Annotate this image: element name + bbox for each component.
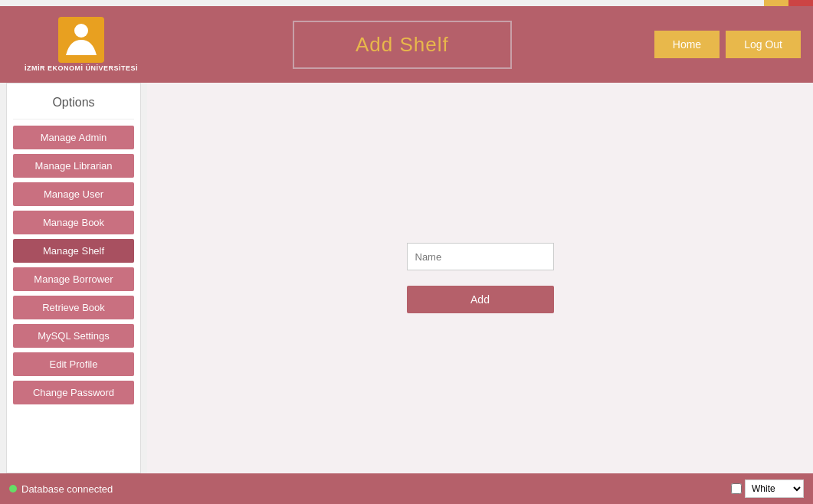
page-title-area: Add Shelf — [150, 21, 654, 69]
logo-area: İZMİR EKONOMİ ÜNİVERSİTESİ — [12, 17, 150, 72]
sidebar-item-manage-librarian[interactable]: Manage Librarian — [13, 154, 134, 178]
theme-dropdown[interactable]: White Dark Blue — [745, 479, 804, 498]
db-status-text: Database connected — [21, 483, 113, 495]
sidebar-item-manage-user[interactable]: Manage User — [13, 182, 134, 206]
sidebar-item-manage-admin[interactable]: Manage Admin — [13, 126, 134, 149]
header: İZMİR EKONOMİ ÜNİVERSİTESİ Add Shelf Hom… — [0, 6, 813, 83]
home-button[interactable]: Home — [654, 31, 720, 58]
logout-button[interactable]: Log Out — [726, 31, 801, 58]
name-input[interactable] — [407, 243, 554, 270]
page-title: Add Shelf — [293, 21, 512, 69]
sidebar-item-retrieve-book[interactable]: Retrieve Book — [13, 296, 134, 319]
header-buttons: Home Log Out — [654, 31, 801, 58]
theme-selector-area: White Dark Blue — [731, 479, 804, 498]
sidebar-title: Options — [13, 90, 134, 119]
svg-point-1 — [74, 24, 88, 38]
sidebar-item-change-password[interactable]: Change Password — [13, 381, 134, 404]
sidebar-item-mysql-settings[interactable]: MySQL Settings — [13, 324, 134, 348]
sidebar-item-manage-book[interactable]: Manage Book — [13, 211, 134, 234]
sidebar: Options Manage Admin Manage Librarian Ma… — [6, 83, 141, 473]
status-indicator — [9, 485, 17, 493]
add-shelf-form: Add — [407, 243, 554, 313]
sidebar-item-manage-borrower[interactable]: Manage Borrower — [13, 267, 134, 291]
db-status: Database connected — [9, 483, 113, 495]
statusbar: Database connected White Dark Blue — [0, 473, 813, 504]
university-name: İZMİR EKONOMİ ÜNİVERSİTESİ — [25, 64, 138, 72]
sidebar-item-manage-shelf[interactable]: Manage Shelf — [13, 239, 134, 263]
main-content: Add — [147, 83, 813, 473]
add-button[interactable]: Add — [407, 286, 554, 313]
sidebar-item-edit-profile[interactable]: Edit Profile — [13, 352, 134, 376]
university-logo-icon — [58, 17, 104, 63]
theme-checkbox[interactable] — [731, 483, 742, 494]
